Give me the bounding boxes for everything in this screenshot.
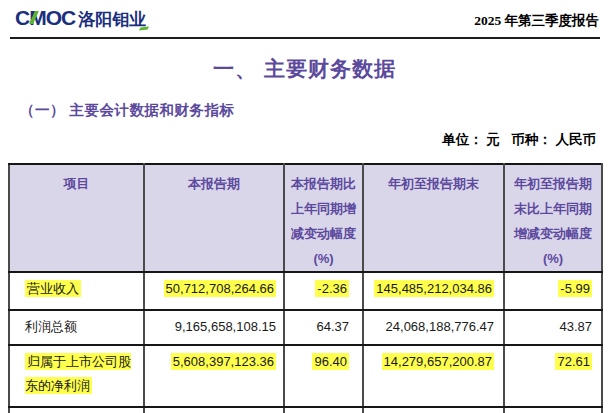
highlighted-value: 50,712,708,264.66 [164,280,276,297]
logo-green-swoosh-icon [139,26,149,30]
cell-current-change: -2.36 [284,272,363,310]
highlighted-value: 145,485,212,034.86 [374,280,494,297]
cell-ytd-change: -5.99 [504,272,602,310]
column-header-ytd-change: 年初至报告期末比上年同期增减变动幅度(%) [504,164,602,272]
cell-ytd-change: 72.61 [504,345,602,407]
highlighted-value: 5,608,397,123.36 [171,353,276,370]
column-header-current-period: 本报告期 [144,164,284,272]
highlighted-value: -5.99 [558,280,592,297]
highlighted-value: 归属于上市公司股东的净利润 [25,353,131,394]
column-header-current-change: 本报告期比上年同期增减变动幅度(%) [284,164,363,272]
unit-currency-note: 单位： 元 币种： 人民币 [442,131,596,149]
highlighted-value: 营业收入 [25,280,81,297]
report-page: CMOC 洛阳钼业 2025 年第三季度报告 一、 主要财务数据 （一） 主要会… [0,0,609,413]
table-row-revenue: 营业收入 50,712,708,264.66 -2.36 145,485,212… [9,272,602,310]
subsection-title: （一） 主要会计数据和财务指标 [20,101,235,120]
logo-cjk-label: 洛阳钼业 [78,10,146,29]
column-header-ytd: 年初至报告期末 [363,164,504,272]
header-divider [10,37,600,39]
cell-current-period: 9,165,658,108.15 [144,310,284,345]
table-header-row: 项目 本报告期 本报告期比上年同期增减变动幅度(%) 年初至报告期末 年初至报告… [9,164,602,272]
cell-item: 归属于上市公司股东的净利润 [9,345,144,407]
logo-latin-text: CMOC [15,6,75,30]
highlighted-value: 96.40 [312,353,349,370]
cell-ytd: 14,279,657,200.87 [363,345,504,407]
cell-item: 利润总额 [9,310,144,345]
report-period-title: 2025 年第三季度报告 [474,12,599,30]
cell-ytd: 24,068,188,776.47 [363,310,504,345]
cell-current-period: 5,608,397,123.36 [144,345,284,407]
cell-current-period: 50,712,708,264.66 [144,272,284,310]
table-row-net-profit: 归属于上市公司股东的净利润 5,608,397,123.36 96.40 14,… [9,345,602,407]
company-logo: CMOC 洛阳钼业 [15,6,146,31]
logo-cjk-text: 洛阳钼业 [78,8,146,31]
cell-current-change: 96.40 [284,345,363,407]
highlighted-value: 72.61 [555,353,592,370]
cell-item: 营业收入 [9,272,144,310]
financial-data-table: 项目 本报告期 本报告期比上年同期增减变动幅度(%) 年初至报告期末 年初至报告… [8,163,603,413]
highlighted-value: -2.36 [315,280,349,297]
column-header-item: 项目 [9,164,144,272]
page-title: 一、 主要财务数据 [0,55,609,83]
highlighted-value: 14,279,657,200.87 [382,353,494,370]
table-row-total-profit: 利润总额 9,165,658,108.15 64.37 24,068,188,7… [9,310,602,345]
table-row-clipped [9,407,602,413]
logo-latin-label: CMOC [15,6,75,29]
cell-ytd: 145,485,212,034.86 [363,272,504,310]
cell-ytd-change: 43.87 [504,310,602,345]
cell-current-change: 64.37 [284,310,363,345]
